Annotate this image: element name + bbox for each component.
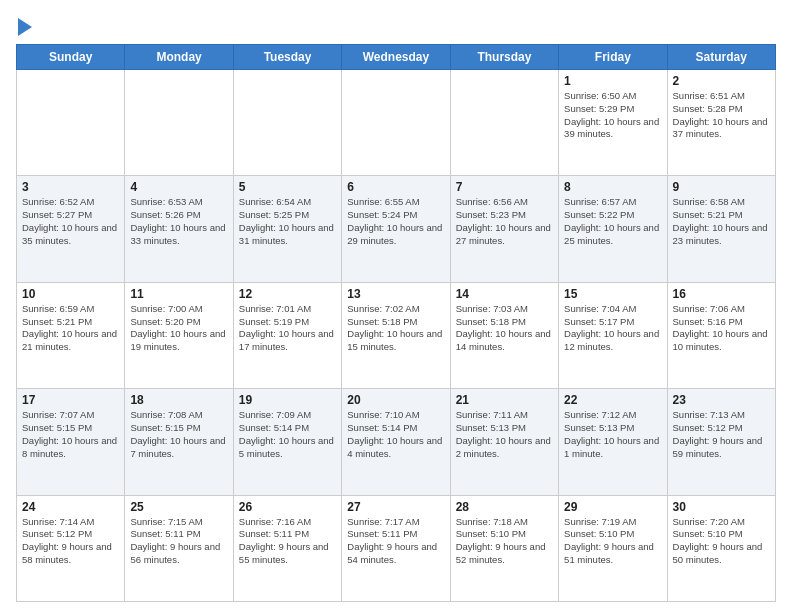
cell-text: Sunrise: 7:20 AM Sunset: 5:10 PM Dayligh… — [673, 516, 770, 567]
cell-text: Sunrise: 6:52 AM Sunset: 5:27 PM Dayligh… — [22, 196, 119, 247]
cell-text: Sunrise: 7:09 AM Sunset: 5:14 PM Dayligh… — [239, 409, 336, 460]
calendar-cell: 16Sunrise: 7:06 AM Sunset: 5:16 PM Dayli… — [667, 282, 775, 388]
logo-arrow-icon — [18, 18, 32, 36]
day-number: 28 — [456, 500, 553, 514]
calendar-cell: 24Sunrise: 7:14 AM Sunset: 5:12 PM Dayli… — [17, 495, 125, 601]
cell-text: Sunrise: 6:55 AM Sunset: 5:24 PM Dayligh… — [347, 196, 444, 247]
weekday-row: SundayMondayTuesdayWednesdayThursdayFrid… — [17, 45, 776, 70]
day-number: 16 — [673, 287, 770, 301]
calendar-week-row: 10Sunrise: 6:59 AM Sunset: 5:21 PM Dayli… — [17, 282, 776, 388]
day-number: 19 — [239, 393, 336, 407]
cell-text: Sunrise: 7:02 AM Sunset: 5:18 PM Dayligh… — [347, 303, 444, 354]
calendar-cell: 26Sunrise: 7:16 AM Sunset: 5:11 PM Dayli… — [233, 495, 341, 601]
calendar-cell: 2Sunrise: 6:51 AM Sunset: 5:28 PM Daylig… — [667, 70, 775, 176]
day-number: 3 — [22, 180, 119, 194]
day-number: 9 — [673, 180, 770, 194]
day-number: 4 — [130, 180, 227, 194]
day-number: 30 — [673, 500, 770, 514]
day-number: 1 — [564, 74, 661, 88]
weekday-header: Monday — [125, 45, 233, 70]
day-number: 25 — [130, 500, 227, 514]
calendar-cell — [450, 70, 558, 176]
calendar-cell: 22Sunrise: 7:12 AM Sunset: 5:13 PM Dayli… — [559, 389, 667, 495]
calendar-cell: 3Sunrise: 6:52 AM Sunset: 5:27 PM Daylig… — [17, 176, 125, 282]
weekday-header: Thursday — [450, 45, 558, 70]
calendar-cell: 19Sunrise: 7:09 AM Sunset: 5:14 PM Dayli… — [233, 389, 341, 495]
calendar-week-row: 17Sunrise: 7:07 AM Sunset: 5:15 PM Dayli… — [17, 389, 776, 495]
cell-text: Sunrise: 6:53 AM Sunset: 5:26 PM Dayligh… — [130, 196, 227, 247]
cell-text: Sunrise: 7:13 AM Sunset: 5:12 PM Dayligh… — [673, 409, 770, 460]
day-number: 12 — [239, 287, 336, 301]
calendar-week-row: 3Sunrise: 6:52 AM Sunset: 5:27 PM Daylig… — [17, 176, 776, 282]
cell-text: Sunrise: 6:50 AM Sunset: 5:29 PM Dayligh… — [564, 90, 661, 141]
cell-text: Sunrise: 7:11 AM Sunset: 5:13 PM Dayligh… — [456, 409, 553, 460]
cell-text: Sunrise: 6:59 AM Sunset: 5:21 PM Dayligh… — [22, 303, 119, 354]
calendar-cell: 8Sunrise: 6:57 AM Sunset: 5:22 PM Daylig… — [559, 176, 667, 282]
calendar-cell: 4Sunrise: 6:53 AM Sunset: 5:26 PM Daylig… — [125, 176, 233, 282]
calendar-cell: 27Sunrise: 7:17 AM Sunset: 5:11 PM Dayli… — [342, 495, 450, 601]
header — [16, 16, 776, 36]
cell-text: Sunrise: 7:07 AM Sunset: 5:15 PM Dayligh… — [22, 409, 119, 460]
day-number: 23 — [673, 393, 770, 407]
day-number: 26 — [239, 500, 336, 514]
page: SundayMondayTuesdayWednesdayThursdayFrid… — [0, 0, 792, 612]
cell-text: Sunrise: 7:18 AM Sunset: 5:10 PM Dayligh… — [456, 516, 553, 567]
day-number: 13 — [347, 287, 444, 301]
cell-text: Sunrise: 7:10 AM Sunset: 5:14 PM Dayligh… — [347, 409, 444, 460]
day-number: 27 — [347, 500, 444, 514]
calendar-header: SundayMondayTuesdayWednesdayThursdayFrid… — [17, 45, 776, 70]
calendar-cell: 17Sunrise: 7:07 AM Sunset: 5:15 PM Dayli… — [17, 389, 125, 495]
cell-text: Sunrise: 6:57 AM Sunset: 5:22 PM Dayligh… — [564, 196, 661, 247]
cell-text: Sunrise: 6:58 AM Sunset: 5:21 PM Dayligh… — [673, 196, 770, 247]
calendar-cell: 10Sunrise: 6:59 AM Sunset: 5:21 PM Dayli… — [17, 282, 125, 388]
calendar-table: SundayMondayTuesdayWednesdayThursdayFrid… — [16, 44, 776, 602]
calendar-cell — [233, 70, 341, 176]
cell-text: Sunrise: 7:15 AM Sunset: 5:11 PM Dayligh… — [130, 516, 227, 567]
logo — [16, 16, 32, 36]
calendar-cell: 29Sunrise: 7:19 AM Sunset: 5:10 PM Dayli… — [559, 495, 667, 601]
cell-text: Sunrise: 7:03 AM Sunset: 5:18 PM Dayligh… — [456, 303, 553, 354]
day-number: 15 — [564, 287, 661, 301]
day-number: 11 — [130, 287, 227, 301]
day-number: 21 — [456, 393, 553, 407]
weekday-header: Friday — [559, 45, 667, 70]
day-number: 29 — [564, 500, 661, 514]
weekday-header: Tuesday — [233, 45, 341, 70]
calendar-cell: 23Sunrise: 7:13 AM Sunset: 5:12 PM Dayli… — [667, 389, 775, 495]
calendar-cell — [17, 70, 125, 176]
cell-text: Sunrise: 7:19 AM Sunset: 5:10 PM Dayligh… — [564, 516, 661, 567]
calendar-cell: 21Sunrise: 7:11 AM Sunset: 5:13 PM Dayli… — [450, 389, 558, 495]
calendar-body: 1Sunrise: 6:50 AM Sunset: 5:29 PM Daylig… — [17, 70, 776, 602]
day-number: 6 — [347, 180, 444, 194]
calendar-week-row: 1Sunrise: 6:50 AM Sunset: 5:29 PM Daylig… — [17, 70, 776, 176]
day-number: 24 — [22, 500, 119, 514]
cell-text: Sunrise: 7:08 AM Sunset: 5:15 PM Dayligh… — [130, 409, 227, 460]
calendar-cell: 25Sunrise: 7:15 AM Sunset: 5:11 PM Dayli… — [125, 495, 233, 601]
day-number: 5 — [239, 180, 336, 194]
calendar-cell: 5Sunrise: 6:54 AM Sunset: 5:25 PM Daylig… — [233, 176, 341, 282]
calendar-cell — [125, 70, 233, 176]
calendar-cell: 28Sunrise: 7:18 AM Sunset: 5:10 PM Dayli… — [450, 495, 558, 601]
calendar-week-row: 24Sunrise: 7:14 AM Sunset: 5:12 PM Dayli… — [17, 495, 776, 601]
calendar-cell: 6Sunrise: 6:55 AM Sunset: 5:24 PM Daylig… — [342, 176, 450, 282]
cell-text: Sunrise: 7:17 AM Sunset: 5:11 PM Dayligh… — [347, 516, 444, 567]
day-number: 17 — [22, 393, 119, 407]
cell-text: Sunrise: 6:51 AM Sunset: 5:28 PM Dayligh… — [673, 90, 770, 141]
calendar-cell: 15Sunrise: 7:04 AM Sunset: 5:17 PM Dayli… — [559, 282, 667, 388]
calendar-cell: 18Sunrise: 7:08 AM Sunset: 5:15 PM Dayli… — [125, 389, 233, 495]
cell-text: Sunrise: 7:14 AM Sunset: 5:12 PM Dayligh… — [22, 516, 119, 567]
day-number: 8 — [564, 180, 661, 194]
day-number: 18 — [130, 393, 227, 407]
calendar-cell — [342, 70, 450, 176]
day-number: 22 — [564, 393, 661, 407]
calendar-cell: 1Sunrise: 6:50 AM Sunset: 5:29 PM Daylig… — [559, 70, 667, 176]
cell-text: Sunrise: 7:12 AM Sunset: 5:13 PM Dayligh… — [564, 409, 661, 460]
day-number: 10 — [22, 287, 119, 301]
calendar-cell: 30Sunrise: 7:20 AM Sunset: 5:10 PM Dayli… — [667, 495, 775, 601]
cell-text: Sunrise: 7:16 AM Sunset: 5:11 PM Dayligh… — [239, 516, 336, 567]
calendar-cell: 7Sunrise: 6:56 AM Sunset: 5:23 PM Daylig… — [450, 176, 558, 282]
weekday-header: Sunday — [17, 45, 125, 70]
calendar-cell: 11Sunrise: 7:00 AM Sunset: 5:20 PM Dayli… — [125, 282, 233, 388]
cell-text: Sunrise: 7:06 AM Sunset: 5:16 PM Dayligh… — [673, 303, 770, 354]
weekday-header: Wednesday — [342, 45, 450, 70]
